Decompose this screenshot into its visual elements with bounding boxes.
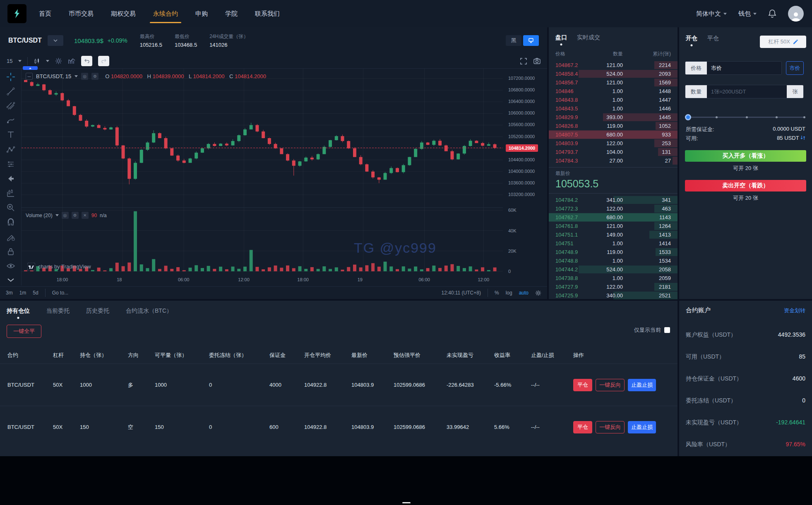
chevron-down-icon[interactable] [46,60,49,62]
reverse-position-button[interactable]: 一键反向 [596,379,625,391]
visibility-icon[interactable]: ◎ [62,212,69,219]
chevron-down-icon[interactable] [18,60,22,62]
price-input[interactable]: 市价 [707,62,781,74]
orderbook-row[interactable]: 104867.2121.002214 [549,61,677,69]
language-selector[interactable]: 简体中文 [696,10,727,18]
positions-tab-1[interactable]: 当前委托 [46,307,70,319]
tradingview-attribution[interactable]: charts by TradingView [27,263,91,270]
volume-label[interactable]: Volume (20) [26,213,53,218]
fund-transfer-link[interactable]: 资金划转 [784,307,805,314]
orderbook-row[interactable]: 104725.9340.002521 [549,291,677,300]
close-all-button[interactable]: 一键全平 [7,325,41,338]
bar-pattern-tool[interactable] [5,189,16,198]
gear-icon[interactable] [55,57,62,65]
interval-button[interactable]: 15 [7,58,12,64]
orderbook-row[interactable]: 104761.8121.001264 [549,222,677,230]
goto-button[interactable]: Go to... [52,290,68,296]
orderbook-row[interactable]: 1047511.001414 [549,239,677,248]
settings-icon[interactable]: ⚙ [91,73,98,80]
orderbook-row[interactable]: 104738.81.002059 [549,274,677,282]
orderbook-row[interactable]: 104793.7104.00131 [549,148,677,156]
collapse-legend-icon[interactable]: ─ [26,73,33,80]
range-5d-button[interactable]: 5d [33,290,38,296]
nav-item-6[interactable]: 联系我们 [255,0,280,27]
chevron-down-icon[interactable] [55,214,59,216]
magnet-tool[interactable] [5,218,16,227]
buy-long-button[interactable]: 买入开多（看涨） [685,150,806,162]
slider-tick-75[interactable] [776,116,778,118]
reverse-position-button[interactable]: 一键反向 [596,421,625,433]
positions-tab-2[interactable]: 历史委托 [86,307,109,319]
slider-knob[interactable] [685,114,691,120]
theme-screen-button[interactable] [523,35,539,46]
market-price-button[interactable]: 市价 [786,61,804,75]
avatar[interactable] [788,6,804,22]
orderbook-tab-1[interactable]: 实时成交 [577,34,600,45]
trendline-tool[interactable] [5,86,16,96]
orderbook-row[interactable]: 104826.8119.001052 [549,122,677,130]
fullscreen-icon[interactable] [520,58,527,65]
orderbook-row[interactable]: 104858.4524.002093 [549,69,677,78]
redo-button[interactable] [98,56,109,66]
log-scale-button[interactable]: log [506,290,512,296]
drawing-lock-tool[interactable] [5,232,16,242]
orderbook-row[interactable]: 104803.9122.00253 [549,139,677,148]
orderbook-row[interactable]: 104748.81.001534 [549,256,677,265]
zoom-in-tool[interactable] [5,203,16,213]
chevron-down-icon[interactable] [5,276,16,285]
tp-sl-button[interactable]: 止盈止损 [628,379,656,391]
nav-item-4[interactable]: 申购 [195,0,208,27]
orderbook-row[interactable]: 104784.327.0027 [549,156,677,165]
pitchfork-tool[interactable] [5,101,16,110]
theme-dark-button[interactable]: 黑 [506,35,521,46]
pattern-tool[interactable] [5,145,16,154]
orderbook-row[interactable]: 104829.9393.001445 [549,113,677,122]
range-3m-button[interactable]: 3m [6,290,13,296]
orderbook-row[interactable]: 104727.9122.002181 [549,282,677,291]
settings-icon[interactable]: ⚙ [72,212,79,219]
orderbook-tab-0[interactable]: 盘口 [555,34,567,45]
indicators-icon[interactable] [68,58,75,65]
orderbook-row[interactable]: 104843.51.001446 [549,104,677,113]
quantity-input[interactable]: 1张≈200USDT [707,85,787,98]
nav-item-5[interactable]: 学院 [225,0,238,27]
visibility-icon[interactable]: ◎ [81,73,88,80]
gear-icon[interactable] [535,290,541,296]
range-1m-button[interactable]: 1m [19,290,26,296]
orderbook-row[interactable]: 104856.7121.001569 [549,78,677,87]
slider-tick-100[interactable] [803,116,805,118]
nav-item-0[interactable]: 首页 [39,0,51,27]
trade-tab-1[interactable]: 平仓 [707,35,719,46]
camera-icon[interactable] [533,58,541,64]
time-axis[interactable]: 18:001806:0012:0018:001906:0012:00 [22,276,503,284]
quantity-slider[interactable] [686,114,805,120]
nav-item-1[interactable]: 币币交易 [69,0,94,27]
lock-tool[interactable] [5,247,16,256]
positions-tab-0[interactable]: 持有仓位 [7,307,30,319]
close-position-button[interactable]: 平仓 [573,379,592,391]
pair-selector[interactable] [48,35,63,46]
close-icon[interactable]: ✕ [82,212,89,219]
orderbook-row[interactable]: 104843.81.001447 [549,96,677,104]
transfer-icon[interactable] [800,135,805,140]
crosshair-tool[interactable] [5,72,16,81]
eye-tool[interactable] [5,261,16,271]
auto-scale-button[interactable]: auto [519,290,529,296]
undo-button[interactable] [81,56,92,66]
leverage-button[interactable]: 杠杆 50X [760,36,806,48]
orderbook-row[interactable]: 104744.2524.002058 [549,265,677,274]
bell-icon[interactable] [768,9,776,18]
only-current-checkbox[interactable] [664,327,670,333]
wallet-menu[interactable]: 钱包 [738,10,757,18]
text-tool[interactable] [5,130,16,140]
orderbook-row[interactable]: 104748.9119.001533 [549,248,677,256]
close-position-button[interactable]: 平仓 [573,421,592,433]
orderbook-row[interactable]: 104807.5680.00933 [549,130,677,139]
slider-tick-50[interactable] [746,116,748,118]
trade-tab-0[interactable]: 开仓 [686,35,697,46]
positions-tab-3[interactable]: 合约流水（BTC） [126,307,172,319]
percent-scale-button[interactable]: % [495,290,499,296]
candle-style-icon[interactable] [34,58,40,65]
nav-item-3[interactable]: 永续合约 [153,0,178,27]
forecast-tool[interactable] [5,159,16,169]
